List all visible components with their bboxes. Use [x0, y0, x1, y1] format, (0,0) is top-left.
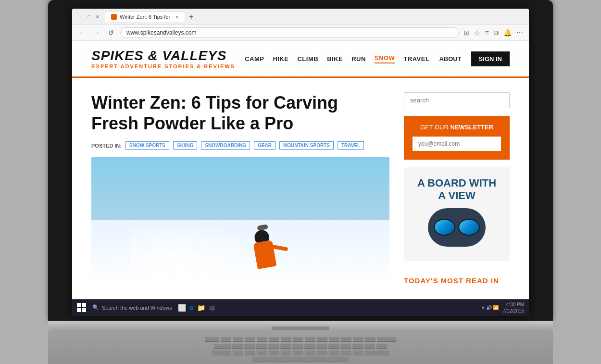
goggles-illustration: [428, 208, 486, 247]
ad-widget: A BOARD WITH A VIEW: [404, 167, 510, 261]
nav-climb[interactable]: CLIMB: [297, 55, 318, 63]
key-backspace: [377, 337, 396, 342]
key: [304, 344, 315, 349]
address-bar[interactable]: www.spikesandvalleys.com: [120, 27, 459, 38]
key: [256, 344, 267, 349]
key: [364, 344, 375, 349]
minimize-icon[interactable]: —: [77, 13, 84, 20]
sidebar: GET OUR NEWSLETTER A BOARD WITH A VIEW: [404, 92, 510, 285]
taskbar-right: ∧ 🔊 📶 4:30 PM 7/12/2015: [481, 301, 524, 314]
back-button[interactable]: ←: [77, 27, 88, 38]
most-read-title: TODAY'S MOST READ IN: [404, 269, 510, 285]
nav-bike[interactable]: BIKE: [327, 55, 343, 63]
site-header: SPIKES & VALLEYS EXPERT ADVENTURE STORIE…: [72, 41, 529, 78]
logo-sub-text: EXPERT ADVENTURE STORIES & REVIEWS: [91, 63, 235, 69]
maximize-icon[interactable]: □: [86, 13, 92, 20]
tab-title: Winter Zen: 6 Tips for: [120, 14, 170, 20]
article-title: Winter Zen: 6 Tips for Carving Fresh Pow…: [91, 92, 389, 134]
site-nav: CAMP HIKE CLIMB BIKE RUN SNOW TRAVEL ABO…: [245, 51, 510, 66]
nav-links: CAMP HIKE CLIMB BIKE RUN SNOW TRAVEL: [245, 54, 429, 63]
key: [257, 337, 267, 342]
system-tray: ∧ 🔊 📶: [481, 305, 499, 310]
start-button[interactable]: [77, 303, 87, 313]
nav-run[interactable]: RUN: [351, 55, 366, 63]
key: [316, 344, 327, 349]
search-input[interactable]: [404, 92, 510, 108]
tag-skiing[interactable]: SKIING: [173, 141, 197, 150]
tab-favicon: [111, 14, 117, 20]
active-tab[interactable]: Winter Zen: 6 Tips for ✕: [105, 12, 185, 22]
key: [352, 344, 363, 349]
tag-snowboarding[interactable]: SNOWBOARDING: [201, 141, 250, 150]
browser-window: — □ ✕ Winter Zen: 6 Tips for ✕ + ← → ↺: [72, 9, 529, 316]
key: [353, 351, 363, 355]
reader-view-icon[interactable]: ⊞: [463, 28, 470, 38]
keyboard-row-4: [252, 357, 349, 362]
site-logo: SPIKES & VALLEYS EXPERT ADVENTURE STORIE…: [91, 48, 235, 69]
key-enter: [365, 351, 389, 355]
refresh-button[interactable]: ↺: [106, 27, 116, 38]
share-icon[interactable]: ⧉: [493, 28, 500, 38]
key: [328, 344, 339, 349]
key: [341, 351, 351, 355]
snowboarder: [253, 240, 277, 269]
explorer-icon[interactable]: 📁: [197, 304, 205, 312]
favorites-icon[interactable]: ☆: [473, 28, 481, 38]
close-icon[interactable]: ✕: [94, 13, 101, 20]
start-square-3: [77, 308, 81, 312]
sign-in-button[interactable]: SIGN IN: [471, 51, 510, 66]
more-icon[interactable]: ⋯: [515, 28, 524, 38]
tab-close-icon[interactable]: ✕: [175, 14, 179, 20]
tag-travel[interactable]: TRAVEL: [338, 141, 364, 150]
snow-spray: [130, 220, 274, 277]
laptop-keyboard: [48, 330, 553, 364]
key: [245, 337, 255, 342]
notes-icon[interactable]: 🔔: [502, 28, 513, 38]
keyboard-row-1: [205, 337, 396, 342]
key: [233, 337, 243, 342]
tag-gear[interactable]: GEAR: [254, 141, 275, 150]
laptop: — □ ✕ Winter Zen: 6 Tips for ✕ + ← → ↺: [48, 0, 553, 364]
tab-bar: Winter Zen: 6 Tips for ✕ +: [105, 12, 524, 22]
taskbar-search-icon: 🔍: [92, 304, 99, 311]
rider-body: [253, 240, 277, 269]
nav-hike[interactable]: HIKE: [273, 55, 288, 63]
key: [268, 344, 279, 349]
ad-title: A BOARD WITH A VIEW: [413, 177, 500, 202]
forward-button[interactable]: →: [91, 27, 102, 38]
key: [245, 351, 255, 355]
keyboard-row-3: [212, 351, 389, 355]
nav-about[interactable]: ABOUT: [439, 55, 461, 63]
posted-in: POSTED IN: SNOW SPORTS SKIING SNOWBOARDI…: [91, 141, 389, 150]
taskbar-search[interactable]: 🔍 Search the web and Windows: [92, 304, 172, 311]
key: [376, 344, 387, 349]
nav-camp[interactable]: CAMP: [245, 55, 264, 63]
key: [280, 344, 291, 349]
key: [281, 351, 291, 355]
screen-bezel: — □ ✕ Winter Zen: 6 Tips for ✕ + ← → ↺: [48, 0, 553, 321]
key: [329, 351, 339, 355]
article-section: Winter Zen: 6 Tips for Carving Fresh Pow…: [91, 92, 389, 285]
start-square-2: [82, 303, 86, 307]
key: [281, 337, 291, 342]
key: [205, 337, 219, 342]
edge-icon[interactable]: e: [190, 304, 194, 312]
taskview-icon[interactable]: ⬜: [178, 304, 186, 312]
taskbar-search-text: Search the web and Windows: [102, 305, 172, 311]
laptop-base: [48, 321, 553, 330]
nav-snow[interactable]: SNOW: [375, 54, 395, 63]
store-icon[interactable]: ⊞: [209, 304, 215, 312]
tag-mountain-sports[interactable]: MOUNTAIN SPORTS: [279, 141, 334, 150]
hub-icon[interactable]: ≡: [484, 28, 490, 38]
snow-scene: [91, 157, 389, 282]
taskbar-app-icons: ⬜ e 📁 ⊞: [178, 304, 215, 312]
key-space: [252, 357, 349, 362]
tag-snow-sports[interactable]: SNOW SPORTS: [125, 141, 169, 150]
nav-travel[interactable]: TRAVEL: [403, 55, 429, 63]
newsletter-email-input[interactable]: [412, 136, 502, 152]
logo-main-text: SPIKES & VALLEYS: [91, 48, 235, 63]
posted-in-label: POSTED IN:: [91, 143, 122, 149]
key: [292, 344, 303, 349]
new-tab-button[interactable]: +: [186, 13, 196, 21]
goggle-lens-right: [458, 219, 480, 236]
